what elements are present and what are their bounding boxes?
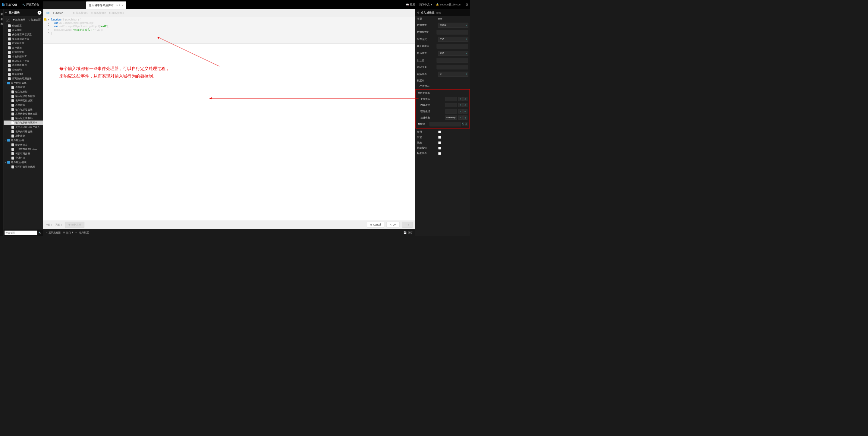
hidden-checkbox[interactable] xyxy=(438,141,441,144)
datasource-input[interactable] xyxy=(430,122,461,126)
tree-group-tree[interactable]: ▾组件用法-树 xyxy=(4,138,43,143)
tree-item[interactable]: 增删改查 xyxy=(4,134,43,138)
search-icon[interactable]: 🔍 xyxy=(38,232,41,234)
tree-item[interactable]: 表单绑定变量数据源 xyxy=(4,112,43,116)
code-editor[interactable]: !1 ▾function ( inputObject ) { 2 var val… xyxy=(43,17,415,43)
tree-item[interactable]: 表单绑定数据源 xyxy=(4,98,43,103)
tree-item[interactable]: 联动查询2 xyxy=(4,72,43,77)
tree-group-chart[interactable]: ▾组件用法-图表 xyxy=(4,160,43,165)
tree-item[interactable]: 表单布局 xyxy=(4,85,43,90)
tree-item-selected[interactable]: 输入域事件响应脚本 xyxy=(4,121,43,125)
bc-window[interactable]: ⊞ 窗口 ⏸ → xyxy=(63,231,77,234)
format-input[interactable] xyxy=(437,30,468,34)
clear-icon[interactable]: ⊘ xyxy=(463,97,467,101)
expand-button[interactable]: ⤢ xyxy=(6,18,10,22)
bc-component[interactable]: 组件配置 xyxy=(79,231,89,234)
datatype-select[interactable]: 字符串 xyxy=(438,23,468,27)
user-menu[interactable]: 🔒 soooon@126.com xyxy=(436,3,461,6)
hintpos-select[interactable]: 右边 xyxy=(438,51,468,56)
aux-checkbox[interactable] xyxy=(438,147,441,150)
hint-input[interactable] xyxy=(437,44,468,49)
trigger-checkbox[interactable] xyxy=(438,152,441,155)
radio-icon[interactable] xyxy=(73,12,75,14)
radio-icon[interactable] xyxy=(91,12,93,14)
tree-item[interactable]: 绑定数据表 xyxy=(4,143,43,147)
align-select[interactable]: 左边 xyxy=(438,37,468,41)
tree-item[interactable]: 多行选择 xyxy=(4,46,43,50)
radio-icon[interactable] xyxy=(109,12,112,14)
search-input[interactable] xyxy=(4,231,37,235)
tree-item[interactable]: 多条件查询器设置 xyxy=(4,32,43,37)
tab-title: 输入域事件响应脚本 xyxy=(89,3,114,7)
tree-item[interactable]: 过滤器设置 xyxy=(4,41,43,46)
close-icon[interactable]: ✕ xyxy=(122,4,124,7)
handlers-label: 事件处理器 xyxy=(415,90,469,96)
clear-icon[interactable]: ⊘ xyxy=(463,103,467,107)
tree-item[interactable]: 一次性加载全部节点 xyxy=(4,147,43,151)
tree-item[interactable]: 使用其它窗口组件输入 xyxy=(4,125,43,129)
edit-icon[interactable]: ✎ xyxy=(458,97,463,101)
gear-icon[interactable]: ⚙ xyxy=(465,3,468,7)
tree-item[interactable]: 输入域绑定数据源 xyxy=(4,94,43,98)
extra-button[interactable]: — ▸ xyxy=(402,222,412,227)
dev-workbench-label[interactable]: 开发工作台 xyxy=(26,3,39,6)
search-row: 🔍 xyxy=(4,229,43,236)
clear-icon[interactable]: ⊘ xyxy=(463,115,467,120)
disable-checkbox[interactable] xyxy=(438,130,441,133)
tree-item[interactable]: 输入域之间联动 xyxy=(4,116,43,121)
play-button[interactable]: ▶ xyxy=(38,10,41,14)
tree-item[interactable]: 会计科目 xyxy=(4,156,43,161)
edit-icon[interactable]: ✎ xyxy=(458,109,463,113)
sidebar-header: ≪ 基本用法 ▶ xyxy=(4,9,43,16)
tree-item[interactable]: 行操作按钮 xyxy=(4,50,43,55)
sidebar-actions: ⤢ ✚ 添加菜单 ↻ 添加页面 xyxy=(4,16,43,23)
rail-page-manage[interactable]: 页面管理 xyxy=(0,11,3,13)
tree-item[interactable]: 输入域绑定变量 xyxy=(4,107,43,112)
tree-item[interactable]: 表头分组 xyxy=(4,28,43,33)
tutorial-link[interactable]: 📖 教程 xyxy=(406,3,415,6)
tree-item[interactable]: 表单校验 xyxy=(4,103,43,107)
tree-item[interactable]: 输入域类型 xyxy=(4,90,43,94)
tree-item[interactable]: 查询器的可用变量 xyxy=(4,76,43,81)
keyup-handler-input[interactable] xyxy=(445,115,457,120)
function-label: Function xyxy=(53,11,63,14)
tree-item[interactable]: 多列高级排序 xyxy=(4,63,43,68)
save-button[interactable]: 💾 保存 xyxy=(404,231,412,234)
clear-icon[interactable]: ⊘ xyxy=(465,122,467,126)
blur-handler-input[interactable] xyxy=(445,97,457,101)
tree-item[interactable]: 饼图柱状图折线图 xyxy=(4,165,43,169)
add-menu-button[interactable]: ✚ 添加菜单 xyxy=(13,18,25,22)
back-link[interactable]: ← 返回流程图 xyxy=(45,231,61,234)
tabbar: 输入域事件响应脚本 142 ✕ xyxy=(43,1,126,9)
collapse-icon[interactable]: ≪ xyxy=(5,11,7,14)
edit-icon[interactable]: ✎ xyxy=(458,115,463,120)
tree-item[interactable]: 表单的可用变量 xyxy=(4,129,43,134)
readonly-checkbox[interactable] xyxy=(438,136,441,139)
cancel-button[interactable]: ⊘ Cancel xyxy=(367,222,384,227)
edit-icon[interactable]: ✎ xyxy=(458,103,463,107)
rail-layout-config[interactable]: 布局配置 xyxy=(0,20,3,22)
default-input[interactable] xyxy=(437,58,468,62)
bind-input[interactable] xyxy=(437,65,468,69)
tree-group-form[interactable]: ▾组件用法-表单 xyxy=(4,81,43,85)
topbar-right: 📖 教程 简体中文 ▾ 🔒 soooon@126.com ⚙ xyxy=(406,3,468,7)
draw-form-button[interactable]: ✚ 绘制表单 xyxy=(65,222,84,228)
focus-handler-input[interactable] xyxy=(445,110,457,114)
change-handler-input[interactable] xyxy=(445,103,457,107)
prop-header: ⚙ 输入域设置 text1 xyxy=(415,9,470,16)
tree-item[interactable]: 移动行上下位置 xyxy=(4,59,43,63)
tree-item[interactable]: 复杂查询器设置 xyxy=(4,37,43,41)
center-panel: 输入域事件响应脚本 142 ✕ 选择框 输入您的意见： 输入您的建议： </> … xyxy=(43,9,415,236)
clear-icon[interactable]: ⊘ xyxy=(463,109,467,113)
rail-app-group[interactable]: 应用分组 xyxy=(0,16,3,17)
tree-item[interactable]: 分组设置 xyxy=(4,24,43,28)
add-page-button[interactable]: ↻ 添加页面 xyxy=(28,18,41,22)
tree-item[interactable]: 联动查询 xyxy=(4,67,43,72)
language-select[interactable]: 简体中文 ▾ xyxy=(419,3,432,6)
validate-select[interactable]: 无 xyxy=(438,72,468,77)
ok-button[interactable]: ✎ OK xyxy=(387,222,400,227)
tree-item[interactable]: 本地数据加工 xyxy=(4,54,43,59)
edit-icon[interactable]: ✎ xyxy=(462,122,464,126)
active-tab[interactable]: 输入域事件响应脚本 142 ✕ xyxy=(86,1,126,9)
tree-item[interactable]: 树的可用变量 xyxy=(4,151,43,156)
